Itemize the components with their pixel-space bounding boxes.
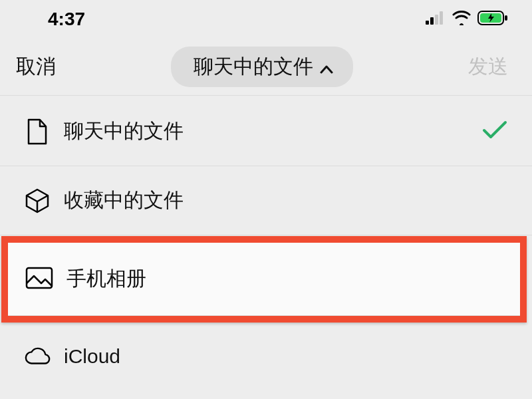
- option-label: 收藏中的文件: [64, 187, 184, 214]
- option-favorite-files[interactable]: 收藏中的文件: [0, 166, 532, 235]
- status-bar: 4:37: [0, 0, 532, 39]
- cancel-button[interactable]: 取消: [16, 53, 56, 80]
- option-icloud[interactable]: iCloud: [0, 322, 532, 391]
- option-chat-files[interactable]: 聊天中的文件: [0, 97, 532, 166]
- checkmark-icon: [481, 120, 508, 144]
- wifi-icon: [452, 11, 471, 28]
- nav-bar: 取消 聊天中的文件 发送: [0, 39, 532, 96]
- battery-icon: [477, 11, 508, 28]
- svg-rect-6: [505, 15, 507, 21]
- cube-icon: [24, 188, 51, 214]
- title-dropdown[interactable]: 聊天中的文件: [171, 47, 353, 87]
- option-label: 手机相册: [66, 265, 146, 293]
- chevron-up-icon: [320, 56, 333, 78]
- title-label: 聊天中的文件: [194, 53, 313, 80]
- cellular-icon: [426, 11, 446, 27]
- send-button[interactable]: 发送: [468, 53, 508, 80]
- svg-rect-2: [435, 15, 438, 25]
- cloud-icon: [24, 346, 51, 366]
- photo-icon: [25, 267, 53, 292]
- svg-rect-1: [430, 17, 434, 25]
- status-indicators: [426, 11, 508, 28]
- option-label: iCloud: [64, 345, 120, 368]
- option-label: 聊天中的文件: [64, 118, 184, 145]
- svg-rect-0: [426, 21, 429, 25]
- file-icon: [24, 118, 51, 145]
- option-phone-album[interactable]: 手机相册: [8, 243, 520, 316]
- status-time: 4:37: [48, 9, 85, 30]
- svg-rect-3: [440, 11, 443, 25]
- svg-rect-7: [27, 268, 52, 288]
